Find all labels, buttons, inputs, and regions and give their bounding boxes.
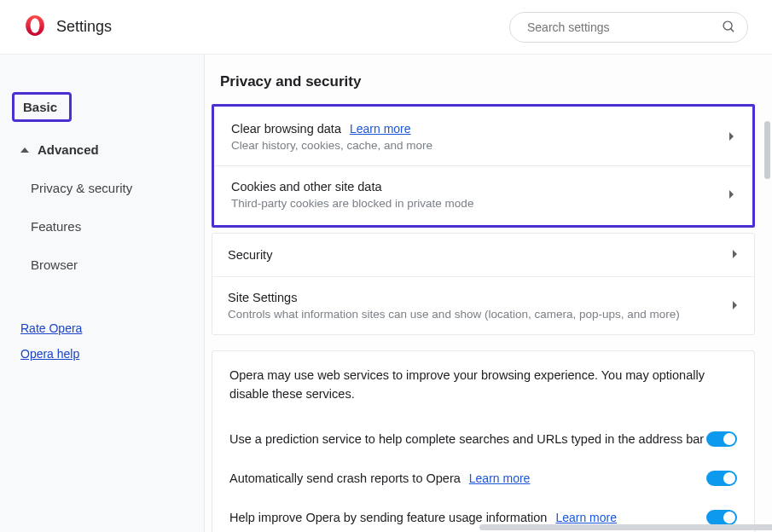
row-cookies[interactable]: Cookies and other site data Third-party … xyxy=(216,165,751,223)
toggle-row-prediction: Use a prediction service to help complet… xyxy=(212,419,754,459)
info-text: Opera may use web services to improve yo… xyxy=(212,351,754,419)
link-rate-opera[interactable]: Rate Opera xyxy=(20,321,204,335)
chevron-up-icon xyxy=(20,147,29,153)
sidebar-item-basic[interactable]: Basic xyxy=(12,92,72,122)
opera-logo-icon xyxy=(24,14,46,40)
svg-line-3 xyxy=(731,28,734,32)
header: Settings xyxy=(0,0,772,55)
sidebar-advanced-label: Advanced xyxy=(38,142,99,157)
row-clear-browsing-data[interactable]: Clear browsing data Learn more Clear his… xyxy=(216,108,751,165)
highlighted-group: Clear browsing data Learn more Clear his… xyxy=(212,104,755,228)
row-desc: Third-party cookies are blocked in priva… xyxy=(231,197,728,210)
chevron-right-icon xyxy=(732,298,739,314)
sidebar-item-label: Browser xyxy=(31,257,78,272)
toggle-label: Automatically send crash reports to Oper… xyxy=(229,471,461,485)
sidebar-item-browser[interactable]: Browser xyxy=(12,251,86,279)
search-input[interactable] xyxy=(509,12,748,43)
row-title-text: Security xyxy=(228,248,272,262)
main: Privacy and security Clear browsing data… xyxy=(205,55,772,532)
row-security[interactable]: Security xyxy=(212,234,754,276)
toggle-switch[interactable] xyxy=(706,431,737,447)
toggle-label: Help improve Opera by sending feature us… xyxy=(229,511,547,524)
sidebar-item-features[interactable]: Features xyxy=(12,212,90,240)
link-learn-more[interactable]: Learn more xyxy=(350,122,411,136)
toggle-row-crash: Automatically send crash reports to Oper… xyxy=(212,459,754,498)
search-icon[interactable] xyxy=(722,20,736,38)
link-opera-help[interactable]: Opera help xyxy=(20,347,204,361)
sidebar: Basic Advanced Privacy & security Featur… xyxy=(0,55,205,532)
section-title: Privacy and security xyxy=(212,55,755,104)
toggle-switch[interactable] xyxy=(706,471,737,486)
row-desc: Controls what information sites can use … xyxy=(228,308,732,321)
toggle-label: Use a prediction service to help complet… xyxy=(229,432,704,446)
sidebar-basic-label: Basic xyxy=(23,100,57,114)
search-wrap xyxy=(509,12,748,43)
sidebar-item-privacy[interactable]: Privacy & security xyxy=(12,174,141,202)
row-site-settings[interactable]: Site Settings Controls what information … xyxy=(212,276,754,334)
chevron-right-icon xyxy=(732,247,739,263)
svg-point-1 xyxy=(31,18,40,32)
toggle-switch[interactable] xyxy=(706,510,737,525)
app-title: Settings xyxy=(56,18,112,36)
logo-wrap: Settings xyxy=(24,14,112,40)
scrollbar-thumb[interactable] xyxy=(764,121,770,179)
row-title-text: Site Settings xyxy=(228,291,297,304)
link-learn-more[interactable]: Learn more xyxy=(555,511,617,524)
horizontal-scrollbar-thumb[interactable] xyxy=(479,524,772,530)
link-learn-more[interactable]: Learn more xyxy=(469,471,531,485)
chevron-right-icon xyxy=(728,188,735,203)
svg-point-2 xyxy=(723,21,732,30)
row-title-text: Cookies and other site data xyxy=(231,180,382,194)
row-desc: Clear history, cookies, cache, and more xyxy=(231,139,728,152)
sidebar-item-advanced[interactable]: Advanced xyxy=(12,136,107,164)
row-title-text: Clear browsing data xyxy=(231,122,341,136)
sidebar-item-label: Features xyxy=(31,219,81,234)
chevron-right-icon xyxy=(728,130,735,145)
sidebar-item-label: Privacy & security xyxy=(31,181,132,195)
